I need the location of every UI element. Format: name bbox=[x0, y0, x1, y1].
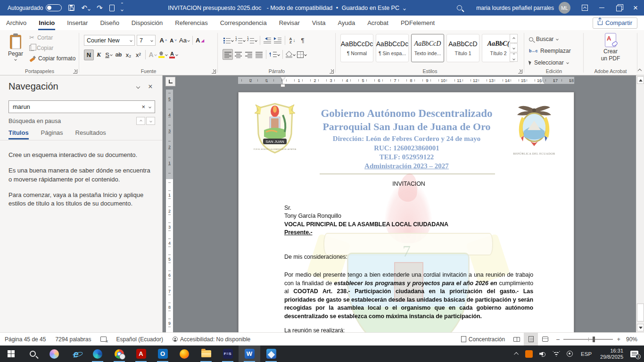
taskbar-icon-outlook[interactable]: O bbox=[152, 346, 173, 362]
vertical-ruler[interactable]: 54321123456789 bbox=[166, 90, 173, 332]
user-name[interactable]: maria lourdes peñafiel parrales bbox=[476, 5, 554, 11]
tray-network-button[interactable] bbox=[549, 351, 563, 357]
tab-correspondencia[interactable]: Correspondencia bbox=[214, 16, 273, 30]
bullets-button[interactable] bbox=[223, 35, 234, 46]
superscript-button[interactable]: x² bbox=[133, 49, 143, 60]
navigation-search-input[interactable]: marun × bbox=[8, 100, 155, 113]
font-size-select[interactable]: 7 bbox=[137, 35, 156, 46]
document-page[interactable]: SAN JUAN POR EL HONOR Y LA GRANDEZA DE L… bbox=[238, 92, 574, 332]
grow-font-button[interactable]: A˄ bbox=[158, 35, 168, 46]
styles-scroll-down-button[interactable] bbox=[510, 43, 518, 52]
style-normal[interactable]: AaBbCcDc¶ Normal bbox=[340, 34, 373, 62]
taskbar-icon-firefox[interactable] bbox=[173, 346, 195, 362]
font-color-button[interactable]: A bbox=[168, 49, 179, 60]
clipboard-dialog-launcher-icon[interactable] bbox=[73, 69, 77, 74]
styles-more-button[interactable] bbox=[510, 53, 518, 62]
scroll-up-button[interactable] bbox=[637, 76, 644, 84]
tray-java-button[interactable] bbox=[522, 350, 536, 358]
taskbar-icon-fs[interactable]: F≡S bbox=[217, 346, 239, 362]
scrollbar-thumb[interactable] bbox=[637, 304, 644, 321]
taskbar-icon-ie[interactable]: e bbox=[65, 346, 87, 362]
italic-button[interactable]: K bbox=[94, 49, 104, 60]
shrink-font-button[interactable]: A˅ bbox=[168, 35, 178, 46]
tray-volume-button[interactable] bbox=[536, 351, 549, 357]
nav-tab-paginas[interactable]: Páginas bbox=[41, 129, 63, 140]
tab-pdfelement[interactable]: PDFelement bbox=[395, 16, 441, 30]
line-spacing-button[interactable] bbox=[268, 49, 281, 60]
language-switcher[interactable]: ESP bbox=[576, 351, 596, 357]
tab-diseno[interactable]: Diseño bbox=[94, 16, 125, 30]
nav-tab-resultados[interactable]: Resultados bbox=[75, 129, 106, 140]
styles-dialog-launcher-icon[interactable] bbox=[518, 69, 522, 74]
tray-meet-button[interactable] bbox=[563, 351, 576, 357]
justify-button[interactable] bbox=[254, 49, 264, 60]
horizontal-ruler[interactable]: 21123456789101112131415161718 bbox=[238, 77, 574, 84]
align-center-button[interactable] bbox=[233, 49, 243, 60]
new-document-icon[interactable] bbox=[109, 5, 115, 11]
word-count[interactable]: 7294 palabras bbox=[50, 336, 96, 343]
minimize-button[interactable] bbox=[593, 0, 610, 16]
autosave-switch-icon[interactable] bbox=[46, 4, 62, 11]
align-left-button[interactable] bbox=[223, 49, 233, 60]
nav-tab-titulos[interactable]: Títulos bbox=[8, 129, 29, 140]
tab-stop-selector[interactable] bbox=[165, 77, 175, 86]
tab-archivo[interactable]: Archivo bbox=[0, 16, 33, 30]
taskbar-icon-search[interactable] bbox=[22, 346, 43, 362]
ribbon-display-options-button[interactable] bbox=[576, 0, 593, 16]
search-options-chevron-icon[interactable] bbox=[149, 106, 151, 108]
accessibility-status[interactable]: Accesibilidad: No disponible bbox=[168, 336, 255, 343]
search-button[interactable] bbox=[451, 0, 468, 16]
text-effects-button[interactable]: A bbox=[148, 49, 157, 60]
zoom-in-button[interactable]: + bbox=[613, 336, 624, 343]
paragraph-dialog-launcher-icon[interactable] bbox=[330, 69, 334, 74]
restore-button[interactable] bbox=[610, 0, 627, 16]
autosave-toggle[interactable]: Autoguardado bbox=[8, 4, 62, 11]
underline-button[interactable]: S bbox=[104, 49, 114, 60]
align-right-button[interactable] bbox=[243, 49, 254, 60]
tab-referencias[interactable]: Referencias bbox=[169, 16, 214, 30]
first-line-indent-marker[interactable] bbox=[281, 77, 285, 80]
decrease-indent-button[interactable] bbox=[262, 35, 272, 46]
taskbar-icon-start[interactable] bbox=[0, 346, 22, 362]
increase-indent-button[interactable] bbox=[272, 35, 283, 46]
tab-vista[interactable]: Vista bbox=[306, 16, 332, 30]
cut-button[interactable]: ✂Cortar bbox=[29, 34, 75, 41]
paste-button[interactable]: Pegar bbox=[4, 33, 27, 67]
strikethrough-button[interactable]: ab bbox=[114, 49, 124, 60]
taskbar-icon-edge[interactable] bbox=[87, 346, 108, 362]
font-family-select[interactable]: Courier New bbox=[84, 35, 135, 46]
tab-insertar[interactable]: Insertar bbox=[61, 16, 94, 30]
zoom-slider-thumb[interactable] bbox=[593, 337, 595, 342]
read-mode-button[interactable] bbox=[510, 333, 524, 346]
show-marks-button[interactable]: ¶ bbox=[297, 35, 308, 46]
avatar[interactable]: ML bbox=[559, 2, 570, 14]
zoom-slider[interactable] bbox=[563, 339, 613, 340]
tab-ayuda[interactable]: Ayuda bbox=[331, 16, 361, 30]
tab-acrobat[interactable]: Acrobat bbox=[361, 16, 395, 30]
replace-button[interactable]: b↔cReemplazar bbox=[529, 48, 571, 54]
style-sin-espaciado[interactable]: AaBbCcDc¶ Sin espa... bbox=[376, 34, 409, 62]
clock[interactable]: 16:3129/8/2025 bbox=[596, 348, 627, 360]
taskbar-icon-photos[interactable] bbox=[260, 346, 282, 362]
styles-scroll-up-button[interactable] bbox=[510, 34, 518, 43]
left-indent-marker[interactable] bbox=[281, 84, 285, 87]
find-button[interactable]: Buscar bbox=[529, 36, 558, 42]
redo-icon[interactable]: ↷ bbox=[97, 4, 103, 11]
taskbar-icon-copilot[interactable] bbox=[43, 346, 65, 362]
taskbar-icon-chrome[interactable] bbox=[108, 346, 130, 362]
borders-button[interactable] bbox=[296, 49, 307, 60]
bold-button[interactable]: N bbox=[84, 49, 94, 60]
copy-button[interactable]: Copiar bbox=[29, 45, 75, 51]
change-case-button[interactable]: Aa bbox=[178, 35, 190, 46]
web-layout-button[interactable] bbox=[538, 333, 552, 346]
shading-button[interactable] bbox=[285, 49, 296, 60]
page-indicator[interactable]: Página 45 de 45 bbox=[0, 336, 50, 343]
notification-center-button[interactable]: 3 bbox=[627, 351, 644, 357]
share-button[interactable]: Compartir bbox=[593, 17, 637, 29]
style-texto-independiente[interactable]: AaBbCcDTexto inde... bbox=[411, 34, 444, 62]
clear-search-icon[interactable]: × bbox=[141, 103, 145, 110]
sort-button[interactable]: AZ↓ bbox=[287, 35, 297, 46]
style-titulo-1[interactable]: AaBbCcDTítulo 1 bbox=[446, 34, 479, 62]
taskbar-icon-word[interactable]: W bbox=[239, 346, 260, 362]
tab-disposicion[interactable]: Disposición bbox=[125, 16, 169, 30]
